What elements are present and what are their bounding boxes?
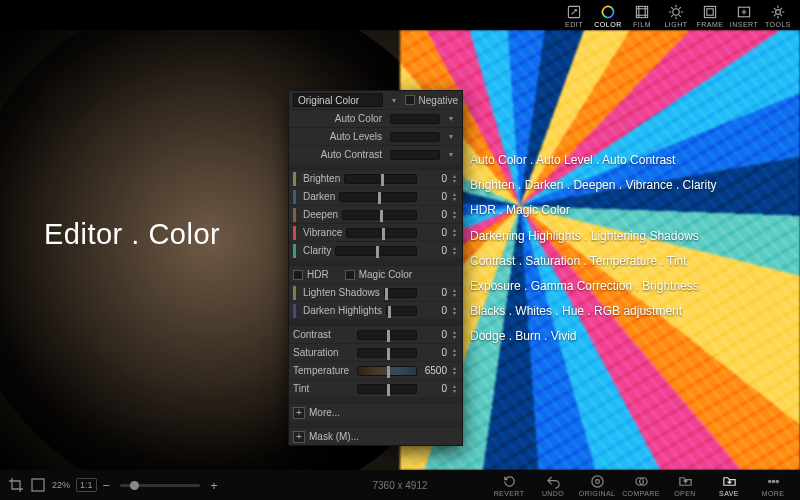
svg-point-10 (595, 479, 599, 483)
tint-stepper[interactable]: ▴▾ (451, 384, 458, 394)
chevron-down-icon[interactable]: ▾ (387, 96, 401, 105)
edit-button[interactable]: EDIT (558, 2, 590, 30)
lighten-shadows-slider[interactable] (384, 288, 417, 298)
lighten-shadows-stepper[interactable]: ▴▾ (451, 288, 458, 298)
darken-stepper[interactable]: ▴▾ (451, 192, 458, 202)
svg-rect-4 (704, 6, 715, 17)
svg-rect-5 (707, 9, 713, 15)
svg-point-7 (776, 10, 781, 15)
deepen-slider[interactable] (342, 210, 417, 220)
auto-contrast-slider[interactable] (390, 150, 440, 160)
auto-levels-label: Auto Levels (293, 131, 386, 142)
svg-point-15 (776, 480, 778, 482)
auto-levels-menu[interactable]: ▾ (444, 132, 458, 141)
svg-rect-2 (636, 6, 647, 17)
auto-levels-slider[interactable] (390, 132, 440, 142)
negative-label: Negative (419, 95, 458, 106)
open-button[interactable]: OPEN (666, 474, 704, 497)
film-button[interactable]: FILM (626, 2, 658, 30)
brighten-slider[interactable] (344, 174, 417, 184)
saturation-stepper[interactable]: ▴▾ (451, 348, 458, 358)
deepen-stepper[interactable]: ▴▾ (451, 210, 458, 220)
auto-contrast-menu[interactable]: ▾ (444, 150, 458, 159)
auto-color-slider[interactable] (390, 114, 440, 124)
zoom-in[interactable]: + (210, 478, 218, 493)
top-toolbar: EDIT COLOR FILM LIGHT FRAME INSERT TOOLS (558, 0, 800, 30)
auto-color-label: Auto Color (293, 113, 386, 124)
darken-highlights-stepper[interactable]: ▴▾ (451, 306, 458, 316)
svg-rect-8 (32, 479, 44, 491)
image-dimensions: 7360 x 4912 (372, 480, 427, 491)
more-button-bottom[interactable]: MORE (754, 474, 792, 497)
frame-button[interactable]: FRAME (694, 2, 726, 30)
plus-icon: + (293, 407, 305, 419)
color-button[interactable]: COLOR (592, 2, 624, 30)
clarity-slider[interactable] (335, 246, 417, 256)
svg-point-13 (768, 480, 770, 482)
contrast-slider[interactable] (357, 330, 417, 340)
negative-checkbox[interactable] (405, 95, 415, 105)
original-color-select[interactable]: Original Color (293, 93, 383, 107)
auto-contrast-label: Auto Contrast (293, 149, 386, 160)
svg-point-14 (772, 480, 774, 482)
auto-color-menu[interactable]: ▾ (444, 114, 458, 123)
mask-button[interactable]: +Mask (M)... (289, 427, 462, 445)
zoom-slider[interactable] (120, 484, 200, 487)
canvas-icon[interactable] (30, 477, 46, 493)
undo-button[interactable]: UNDO (534, 474, 572, 497)
contrast-stepper[interactable]: ▴▾ (451, 330, 458, 340)
vibrance-slider[interactable] (346, 228, 417, 238)
temperature-slider[interactable] (357, 366, 417, 376)
svg-point-3 (673, 9, 679, 15)
tools-button[interactable]: TOOLS (762, 2, 794, 30)
light-button[interactable]: LIGHT (660, 2, 692, 30)
save-button[interactable]: SAVE (710, 474, 748, 497)
magic-color-checkbox[interactable] (345, 270, 355, 280)
bottom-toolbar: 22% 1:1 − + 7360 x 4912 REVERT UNDO ORIG… (0, 470, 800, 500)
clarity-stepper[interactable]: ▴▾ (451, 246, 458, 256)
zoom-percent[interactable]: 22% (52, 480, 70, 490)
tint-slider[interactable] (357, 384, 417, 394)
vibrance-stepper[interactable]: ▴▾ (451, 228, 458, 238)
temperature-stepper[interactable]: ▴▾ (451, 366, 458, 376)
darken-slider[interactable] (339, 192, 417, 202)
feature-list: Auto Color . Auto Level . Auto Contrast … (470, 148, 717, 350)
color-panel: Original Color ▾ Negative Auto Color▾ Au… (288, 90, 463, 446)
zoom-fit[interactable]: 1:1 (76, 478, 97, 492)
plus-icon: + (293, 431, 305, 443)
more-button[interactable]: +More... (289, 403, 462, 421)
zoom-out[interactable]: − (103, 478, 111, 493)
revert-button[interactable]: REVERT (490, 474, 528, 497)
crop-icon[interactable] (8, 477, 24, 493)
darken-highlights-slider[interactable] (386, 306, 417, 316)
original-button[interactable]: ORIGINAL (578, 474, 616, 497)
hdr-checkbox[interactable] (293, 270, 303, 280)
svg-point-9 (591, 475, 602, 486)
saturation-slider[interactable] (357, 348, 417, 358)
svg-point-1 (602, 6, 613, 17)
brighten-stepper[interactable]: ▴▾ (451, 174, 458, 184)
insert-button[interactable]: INSERT (728, 2, 760, 30)
page-title: Editor . Color (44, 218, 220, 251)
compare-button[interactable]: COMPARE (622, 474, 660, 497)
